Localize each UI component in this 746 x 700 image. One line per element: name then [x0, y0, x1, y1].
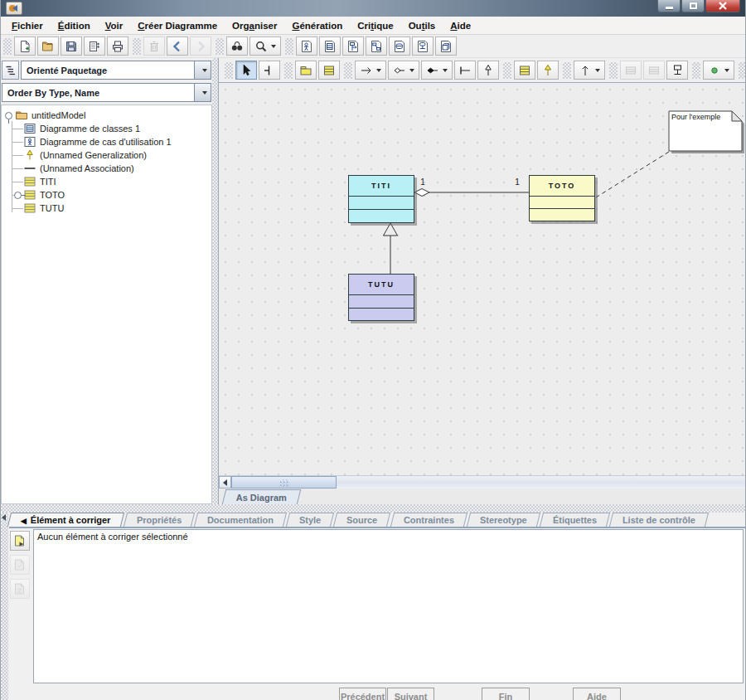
order-combobox-arrow[interactable]	[194, 84, 211, 101]
tree-item-unnamed-association[interactable]: (Unnamed Association)	[3, 162, 210, 175]
broken-line-tool-button[interactable]	[259, 61, 280, 80]
menu-creer-diagramme[interactable]: Créer Diagramme	[130, 18, 225, 33]
wizard-fin-button[interactable]: Fin	[482, 688, 530, 700]
multiplicity-source[interactable]: 1	[420, 177, 425, 187]
navigate-forward-button[interactable]	[190, 36, 211, 56]
diagram-canvas[interactable]: 1 1 Pour l'exemple TITITOTOTUTU	[219, 83, 746, 475]
class-diagram-button[interactable]	[319, 36, 341, 56]
association-class-tool-button[interactable]	[666, 61, 688, 80]
uml-operation-compartment[interactable]	[349, 308, 414, 321]
wizard-suivant-button[interactable]: Suivant	[387, 688, 434, 700]
tab-proprietes[interactable]: Propriétés	[123, 513, 195, 527]
navigate-back-button[interactable]	[167, 36, 188, 56]
menu-outils[interactable]: Outils	[401, 18, 443, 33]
select-tool-button[interactable]	[235, 61, 257, 80]
uml-class-tutu[interactable]: TUTU	[348, 274, 414, 321]
tab-etiquettes[interactable]: Étiquettes	[539, 513, 609, 527]
dependency-tool-button[interactable]	[574, 61, 605, 80]
maximize-button[interactable]	[681, 0, 705, 12]
tab-stereotype[interactable]: Stereotype	[467, 513, 540, 527]
tree-item-toto[interactable]: TOTO	[3, 188, 210, 202]
tab-as-diagram[interactable]: As Diagram	[222, 489, 302, 504]
package-tool-button[interactable]	[295, 61, 317, 80]
tab-documentation[interactable]: Documentation	[194, 513, 287, 527]
explorer-tree[interactable]: untitledModelDiagramme de classes 1Diagr…	[1, 105, 212, 504]
horizontal-splitter[interactable]	[1, 504, 746, 513]
menu-organiser[interactable]: Organiser	[225, 18, 284, 33]
tree-item-tutu[interactable]: TUTU	[3, 202, 210, 215]
wizard-aide-button[interactable]: Aide	[573, 688, 621, 700]
menu-voir[interactable]: Voir	[98, 18, 131, 33]
order-combobox[interactable]: Order By Type, Name	[2, 83, 211, 102]
deployment-diagram-button[interactable]	[435, 36, 457, 56]
class-tool-button[interactable]	[318, 61, 340, 80]
menu-critique[interactable]: Critique	[350, 18, 400, 33]
statechart-diagram-button[interactable]	[389, 36, 410, 56]
tree-item-diagramme-de-cas-d-utilisation-1[interactable]: Diagramme de cas d'utilisation 1	[3, 135, 210, 148]
uml-class-titi[interactable]: TITI	[348, 175, 414, 223]
title-bar[interactable]	[1, 0, 746, 17]
expand-handle[interactable]	[14, 192, 22, 199]
scroll-left-button[interactable]	[219, 476, 231, 489]
snooze-todo-button[interactable]	[10, 579, 30, 599]
uml-operation-compartment[interactable]	[530, 208, 594, 221]
print-button[interactable]	[107, 36, 128, 56]
tree-item-diagramme-de-classes-1[interactable]: Diagramme de classes 1	[3, 122, 210, 135]
collaboration-diagram-button[interactable]	[366, 36, 387, 56]
scrollbar-thumb[interactable]	[231, 476, 337, 489]
uml-operation-compartment[interactable]	[349, 209, 414, 222]
uml-attribute-compartment[interactable]	[349, 196, 414, 209]
aggregation-tool-button[interactable]	[388, 61, 419, 80]
interface-tool-button[interactable]	[514, 61, 535, 80]
association-end-tool-button[interactable]	[454, 61, 476, 80]
attribute-tool-button[interactable]	[620, 61, 642, 80]
uml-note[interactable]: Pour l'exemple	[667, 109, 746, 156]
page-setup-button[interactable]	[84, 36, 105, 56]
save-project-button[interactable]	[61, 36, 82, 56]
usecase-diagram-button[interactable]	[296, 36, 317, 56]
menu-edition[interactable]: Édition	[51, 18, 98, 33]
menu-generation[interactable]: Génération	[284, 18, 350, 33]
tab-source[interactable]: Source	[333, 513, 391, 527]
datatype-tool-button[interactable]	[703, 61, 734, 80]
uml-attribute-compartment[interactable]	[530, 196, 594, 208]
tab-liste-de-controle[interactable]: Liste de contrôle	[609, 513, 709, 527]
remove-from-diagram-button[interactable]	[143, 36, 165, 56]
tab-element-a-corriger[interactable]: ◀Élément à corriger	[7, 513, 124, 527]
zoom-button[interactable]	[249, 36, 281, 56]
open-project-button[interactable]	[37, 36, 59, 56]
multiplicity-target[interactable]: 1	[515, 177, 520, 187]
generalization-tool-button[interactable]	[477, 61, 499, 80]
activity-diagram-button[interactable]	[412, 36, 434, 56]
horizontal-scrollbar[interactable]	[219, 475, 746, 489]
panel-collapse-strip[interactable]	[1, 513, 8, 700]
perspective-combobox[interactable]: Orienté Paquetage	[21, 61, 211, 80]
tree-item-unnamed-generalization[interactable]: (Unnamed Generalization)	[3, 148, 210, 162]
operation-tool-button[interactable]	[643, 61, 665, 80]
wizard-precedent-button[interactable]: Précédent	[339, 688, 386, 700]
comment-link-edge[interactable]	[596, 152, 669, 197]
new-document-button[interactable]	[14, 36, 36, 56]
minimize-button[interactable]	[657, 0, 681, 12]
perspective-config-button[interactable]	[2, 61, 19, 80]
close-button[interactable]	[705, 0, 740, 12]
realization-tool-button[interactable]	[537, 61, 559, 80]
todo-content-area[interactable]: Aucun élément à corriger sélectionné	[33, 529, 744, 683]
expand-handle[interactable]	[5, 112, 12, 119]
find-button[interactable]	[226, 36, 248, 56]
vertical-splitter[interactable]	[212, 58, 218, 504]
uml-attribute-compartment[interactable]	[349, 294, 414, 308]
resolve-todo-button[interactable]	[10, 555, 30, 575]
composition-tool-button[interactable]	[421, 61, 453, 80]
association-tool-button[interactable]	[355, 61, 386, 80]
uml-class-toto[interactable]: TOTO	[529, 175, 595, 221]
sequence-diagram-button[interactable]	[342, 36, 364, 56]
aggregation-diamond[interactable]	[414, 189, 429, 197]
tree-item-titi[interactable]: TITI	[3, 175, 210, 188]
tab-style[interactable]: Style	[286, 513, 335, 527]
menu-fichier[interactable]: Fichier	[4, 18, 51, 33]
menu-aide[interactable]: Aide	[443, 18, 478, 33]
tab-contraintes[interactable]: Contraintes	[390, 513, 467, 527]
app-menu-button[interactable]	[6, 2, 22, 15]
tree-item-untitledmodel[interactable]: untitledModel	[3, 109, 210, 122]
